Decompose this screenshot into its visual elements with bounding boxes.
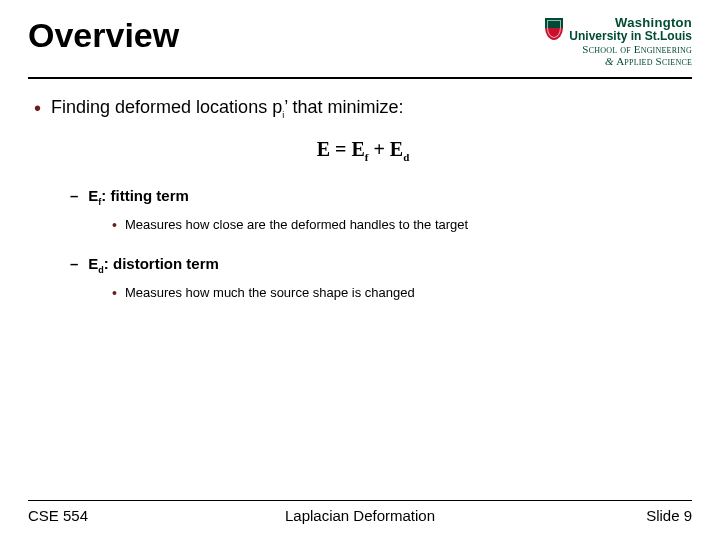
bullet-level2: – Ed: distortion term [70,255,692,275]
university-name: Washington University in St.Louis [569,16,692,42]
bullet1-text: Finding deformed locations pi’ that mini… [51,97,404,120]
term1-desc: Measures how close are the deformed hand… [125,217,468,233]
footer-slide-number: Slide 9 [646,507,692,524]
header-row: Overview Washington University in St.Lou… [28,16,692,67]
wustl-logo: Washington University in St.Louis School… [545,16,692,67]
shield-icon [545,18,563,40]
bullet-level3: • Measures how close are the deformed ha… [112,217,692,233]
content-area: • Finding deformed locations pi’ that mi… [28,97,692,301]
dash-icon: – [70,187,78,207]
footer-topic: Laplacian Deformation [28,507,692,524]
bullet-level2: – Ef: fitting term [70,187,692,207]
slide-title: Overview [28,16,179,55]
term1-label: Ef: fitting term [88,187,189,207]
footer: CSE 554 Laplacian Deformation Slide 9 [28,500,692,524]
school-name: School of Engineering & Applied Science [545,44,692,67]
equation: E = Ef + Ed [34,138,692,163]
bullet-level3: • Measures how much the source shape is … [112,285,692,301]
bullet-level1: • Finding deformed locations pi’ that mi… [34,97,692,120]
term2-desc: Measures how much the source shape is ch… [125,285,415,301]
bullet-dot-icon: • [112,217,117,233]
footer-course: CSE 554 [28,507,88,524]
bullet-dot-icon: • [34,97,41,120]
term2-label: Ed: distortion term [88,255,219,275]
bullet-dot-icon: • [112,285,117,301]
title-rule [28,77,692,79]
dash-icon: – [70,255,78,275]
